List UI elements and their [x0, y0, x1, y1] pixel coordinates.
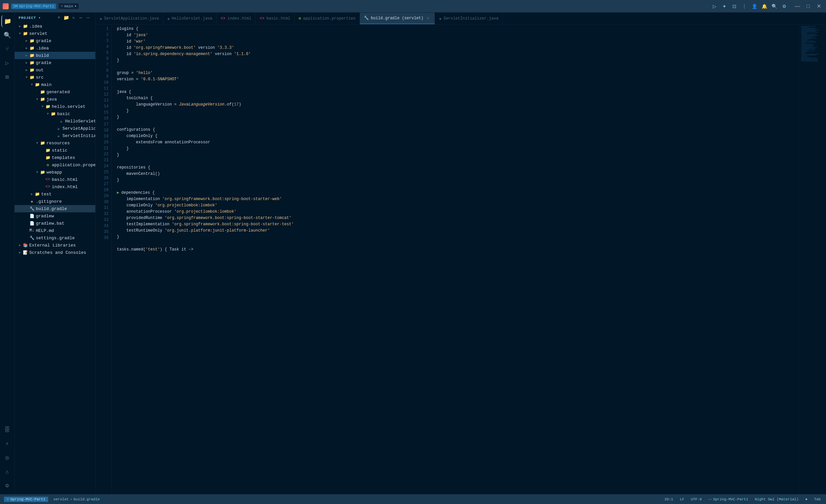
maximize-button[interactable]: □ [804, 2, 813, 11]
tree-item-idea-f[interactable]: ▶📁.idea [15, 45, 95, 52]
tree-item-basic-html-file[interactable]: <>basic.html [15, 176, 95, 183]
tree-item-app-props-file[interactable]: ⚙application.properties [15, 161, 95, 169]
line-number-12: 12 [96, 91, 109, 98]
tree-item-help-md-file[interactable]: M↓HELP.md [15, 227, 95, 234]
tree-item-scratches[interactable]: ▶📝Scratches and Consoles [15, 249, 95, 256]
settings-activity-icon[interactable]: ⚙ [1, 480, 13, 491]
tab-index-html-tab[interactable]: <>index.html [217, 13, 256, 24]
tree-item-resources-f[interactable]: ▼📁resources [15, 139, 95, 147]
files-activity-icon[interactable]: 📁 [1, 15, 13, 27]
tree-item-gradle-f[interactable]: ▶📁gradle [15, 37, 95, 45]
tree-icon: 📁 [45, 155, 51, 160]
tree-item-out-f[interactable]: ▶📁out [15, 66, 95, 74]
tree-label: servlet [29, 31, 48, 36]
close-button[interactable]: ✕ [814, 2, 823, 11]
new-file-icon[interactable]: + [56, 15, 62, 20]
tree-label: gradlew.bat [36, 221, 64, 226]
code-area[interactable]: plugins { id 'java' id 'war' id 'org.spr… [112, 24, 800, 494]
more-sidebar-icon[interactable]: ⋯ [78, 15, 84, 20]
tree-item-hello-servlet-f[interactable]: ▼📁hello.servlet [15, 103, 95, 110]
code-token: dependencies { [121, 190, 155, 196]
status-theme[interactable]: Night Owl (Material) [754, 497, 800, 502]
line-numbers: 1234567891011121314151617181920212223242… [96, 24, 112, 494]
tree-item-servlet-init-file[interactable]: ☕ServletInitializer [15, 132, 95, 139]
tab-hello-servlet-tab[interactable]: ☕HelloServlet.java [163, 13, 217, 24]
tree-item-basic-f[interactable]: ▼📁basic [15, 110, 95, 118]
code-line-1: plugins { [117, 26, 800, 32]
tree-item-static-f[interactable]: 📁static [15, 147, 95, 154]
gear-button[interactable]: ⚙ [780, 2, 788, 10]
tree-item-main-f[interactable]: ▼📁main [15, 81, 95, 88]
status-position[interactable]: 39:1 [663, 497, 674, 502]
tree-arrow [24, 220, 29, 226]
run-button[interactable]: ▷ [710, 2, 718, 10]
tree-item-index-html-file2[interactable]: <>index.html [15, 183, 95, 190]
tree-item-gradlew-bat-file[interactable]: 📄gradlew.bat [15, 219, 95, 227]
status-path[interactable]: servlet › build.gradle [52, 497, 101, 502]
new-folder-icon[interactable]: 📁 [63, 15, 69, 20]
tree-arrow: ▶ [24, 60, 29, 65]
tree-item-servlet[interactable]: ▼📁servlet [15, 30, 95, 37]
tree-item-build-f[interactable]: ▶📁build [15, 52, 95, 59]
tree-item-ext-libs[interactable]: ▶📚External Libraries [15, 242, 95, 249]
ai-button[interactable]: ✦ [720, 2, 728, 10]
tree-item-gitignore-file[interactable]: ◈.gitignore [15, 198, 95, 205]
error-activity-icon[interactable]: ⚠ [1, 465, 13, 478]
minimap-line [801, 30, 819, 30]
tab-build-gradle-tab[interactable]: 🔧build.gradle (servlet)✕ [360, 13, 435, 24]
tree-arrow: ▶ [24, 53, 29, 58]
tree-item-settings-gradle-file[interactable]: 🔧settings.gradle [15, 234, 95, 242]
project-badge[interactable]: SM Spring-MVC-Part1 [11, 4, 56, 9]
status-project-badge[interactable]: Spring-MVC-Part1 [707, 497, 750, 502]
collapse-icon[interactable]: ✕ [71, 15, 77, 20]
tree-label: out [36, 68, 44, 73]
code-token: } [117, 114, 119, 120]
status-indicator[interactable]: ● [804, 497, 809, 502]
code-token: 'test' [145, 247, 160, 253]
run-activity-icon[interactable]: ▷ [1, 57, 13, 69]
layout-button[interactable]: ⊡ [730, 2, 739, 10]
tree-item-generated-f[interactable]: 📁generated [15, 88, 95, 96]
code-token: .of( [224, 102, 234, 108]
users-button[interactable]: 👤 [750, 2, 758, 10]
tab-app-props-tab[interactable]: ⚙application.properties [294, 13, 360, 24]
tree-item-webapp-f[interactable]: ▼📁webapp [15, 169, 95, 176]
tree-item-java-f[interactable]: ▼📁java [15, 96, 95, 103]
code-token: plugins { [117, 26, 138, 32]
tree-item-hello-servlet-file[interactable]: ☕HelloServlet [15, 118, 95, 125]
tree-item-templates-f[interactable]: 📁templates [15, 154, 95, 161]
status-project-name: Spring-MVC-Part1 [713, 497, 748, 501]
search-activity-icon[interactable]: 🔍 [1, 29, 13, 41]
tree-item-servlet-app-file[interactable]: ☕ServletApplication [15, 125, 95, 132]
status-line-ending[interactable]: LF [678, 497, 686, 502]
git-activity-icon[interactable]: ◎ [1, 452, 13, 463]
tab-close-icon[interactable]: ✕ [425, 16, 430, 21]
source-control-activity-icon[interactable]: ⑂ [1, 43, 13, 55]
tree-item-build-gradle-file[interactable]: 🔧build.gradle [15, 205, 95, 212]
tree-item-idea-root[interactable]: ▶📁.idea [15, 22, 95, 30]
branch-badge[interactable]: ⑂ main ▾ [59, 3, 79, 9]
more-button[interactable]: ⋮ [740, 2, 748, 10]
minimize-button[interactable]: — [793, 2, 802, 11]
tab-servlet-init-tab[interactable]: ☕ServletInitializer.java [435, 13, 503, 24]
extensions-activity-icon[interactable]: ⊞ [1, 71, 13, 83]
tree-item-test-f[interactable]: ▶📁test [15, 190, 95, 198]
code-token: version [213, 51, 234, 57]
status-tab-label[interactable]: Tab [813, 497, 822, 502]
status-encoding[interactable]: UTF-8 [690, 497, 703, 502]
tab-servlet-app-tab[interactable]: ☕ServletApplication.java [96, 13, 163, 24]
tab-basic-html-tab[interactable]: <>basic.html [256, 13, 294, 24]
status-branch[interactable]: ⑂ Spring-MVC-Part1 [4, 497, 48, 502]
tree-arrow [24, 213, 29, 218]
tree-item-gradlew-file[interactable]: 📄gradlew [15, 212, 95, 219]
minimize-sidebar-icon[interactable]: — [85, 15, 91, 20]
database-activity-icon[interactable]: 🗄 [1, 424, 13, 436]
search-button[interactable]: 🔍 [770, 2, 778, 10]
line-number-18: 18 [96, 127, 109, 133]
tree-item-gradle-f2[interactable]: ▶📁gradle [15, 59, 95, 66]
terminal-activity-icon[interactable]: ⚡ [1, 438, 13, 450]
bell-button[interactable]: 🔔 [760, 2, 768, 10]
editor-area: ☕ServletApplication.java☕HelloServlet.ja… [96, 13, 826, 494]
tree-icon: <> [45, 177, 51, 182]
tree-item-src-f[interactable]: ▼📁src [15, 74, 95, 81]
